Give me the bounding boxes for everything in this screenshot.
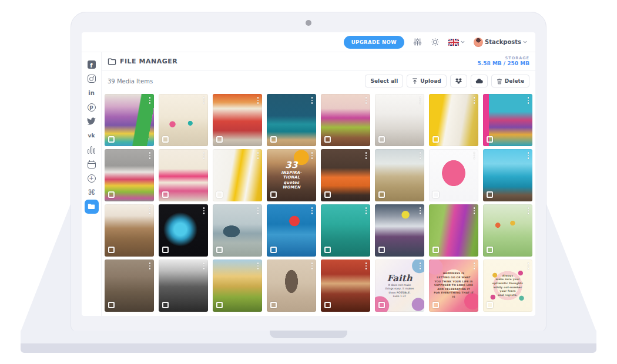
item-select-checkbox[interactable] bbox=[378, 191, 385, 198]
media-item-white-modern-interior[interactable] bbox=[375, 94, 424, 146]
item-select-checkbox[interactable] bbox=[378, 136, 385, 143]
item-select-checkbox[interactable] bbox=[216, 247, 223, 253]
media-item-yellow-chairs-room[interactable] bbox=[213, 149, 262, 201]
media-item-rice-terraces[interactable] bbox=[213, 259, 262, 312]
language-selector[interactable] bbox=[448, 39, 465, 46]
media-item-leaf-hat-kids[interactable] bbox=[429, 204, 478, 257]
item-select-checkbox[interactable] bbox=[108, 191, 115, 198]
item-select-checkbox[interactable] bbox=[378, 302, 385, 308]
media-item-seaside-rock[interactable] bbox=[483, 149, 532, 201]
item-more-menu-icon[interactable] bbox=[149, 262, 151, 269]
item-more-menu-icon[interactable] bbox=[203, 152, 205, 159]
item-more-menu-icon[interactable] bbox=[474, 207, 475, 214]
item-more-menu-icon[interactable] bbox=[528, 262, 529, 269]
item-more-menu-icon[interactable] bbox=[311, 97, 313, 104]
item-more-menu-icon[interactable] bbox=[474, 97, 475, 104]
media-item-pastel-living-room[interactable] bbox=[159, 94, 208, 146]
item-more-menu-icon[interactable] bbox=[420, 152, 421, 159]
media-item-fishing-nets[interactable] bbox=[321, 204, 370, 257]
media-item-red-crowd[interactable] bbox=[321, 259, 370, 312]
item-more-menu-icon[interactable] bbox=[257, 262, 259, 269]
item-select-checkbox[interactable] bbox=[324, 191, 331, 198]
media-item-pink-cabinet-room[interactable] bbox=[321, 94, 370, 146]
item-more-menu-icon[interactable] bbox=[257, 97, 259, 104]
sidebar-item-analytics[interactable] bbox=[82, 143, 101, 157]
item-select-checkbox[interactable] bbox=[324, 247, 331, 253]
item-select-checkbox[interactable] bbox=[108, 302, 115, 308]
item-select-checkbox[interactable] bbox=[432, 191, 439, 198]
item-select-checkbox[interactable] bbox=[487, 191, 493, 198]
item-more-menu-icon[interactable] bbox=[420, 97, 421, 104]
media-item-faith-quote-card[interactable]: FaithIt does not makethings easy, it mak… bbox=[375, 259, 424, 312]
sidebar-item-vk[interactable]: vk bbox=[82, 129, 101, 143]
item-more-menu-icon[interactable] bbox=[474, 262, 475, 269]
item-more-menu-icon[interactable] bbox=[203, 207, 205, 214]
item-more-menu-icon[interactable] bbox=[311, 207, 313, 214]
item-select-checkbox[interactable] bbox=[270, 247, 277, 253]
media-item-bw-elder-portrait[interactable] bbox=[159, 259, 208, 312]
media-item-orange-placemat-table[interactable] bbox=[321, 149, 370, 201]
item-more-menu-icon[interactable] bbox=[203, 97, 205, 104]
sidebar-item-twitter[interactable] bbox=[82, 114, 101, 129]
item-select-checkbox[interactable] bbox=[162, 302, 169, 308]
media-item-striped-textile-room[interactable] bbox=[105, 149, 154, 201]
item-select-checkbox[interactable] bbox=[378, 247, 385, 253]
item-select-checkbox[interactable] bbox=[487, 302, 493, 308]
sidebar-item-instagram[interactable] bbox=[82, 72, 101, 86]
item-more-menu-icon[interactable] bbox=[528, 97, 529, 104]
item-select-checkbox[interactable] bbox=[432, 247, 439, 253]
sidebar-item-facebook[interactable]: f bbox=[82, 58, 101, 72]
item-select-checkbox[interactable] bbox=[216, 136, 223, 143]
item-select-checkbox[interactable] bbox=[270, 191, 277, 198]
media-item-sepia-boy[interactable] bbox=[105, 259, 154, 312]
item-select-checkbox[interactable] bbox=[216, 191, 223, 198]
media-item-patchwork-bedroom[interactable] bbox=[483, 94, 532, 146]
select-all-button[interactable]: Select all bbox=[365, 75, 403, 87]
item-select-checkbox[interactable] bbox=[432, 302, 439, 308]
media-item-modern-kitchen[interactable] bbox=[105, 204, 154, 257]
media-item-orange-red-sofa-room[interactable] bbox=[213, 94, 262, 146]
item-more-menu-icon[interactable] bbox=[365, 207, 367, 214]
media-item-pink-pillow-sofa[interactable] bbox=[159, 149, 208, 201]
item-more-menu-icon[interactable] bbox=[528, 207, 529, 214]
media-item-kids-boat-splash[interactable] bbox=[213, 204, 262, 257]
item-more-menu-icon[interactable] bbox=[365, 262, 367, 269]
item-more-menu-icon[interactable] bbox=[474, 152, 475, 159]
filters-sliders-icon[interactable] bbox=[413, 38, 422, 46]
item-more-menu-icon[interactable] bbox=[365, 152, 367, 159]
item-more-menu-icon[interactable] bbox=[203, 262, 205, 269]
sidebar-item-file-manager[interactable] bbox=[82, 200, 101, 214]
media-item-field-walk[interactable] bbox=[375, 149, 424, 201]
media-item-pop-art-living-room[interactable] bbox=[105, 94, 154, 146]
item-select-checkbox[interactable] bbox=[108, 247, 115, 253]
sidebar-item-calendar[interactable] bbox=[82, 157, 101, 171]
item-select-checkbox[interactable] bbox=[487, 136, 493, 143]
media-item-pink-sweater[interactable] bbox=[429, 149, 478, 201]
item-more-menu-icon[interactable] bbox=[365, 97, 367, 104]
item-more-menu-icon[interactable] bbox=[420, 262, 421, 269]
item-more-menu-icon[interactable] bbox=[528, 152, 529, 159]
item-select-checkbox[interactable] bbox=[270, 302, 277, 308]
media-item-blossom-children[interactable] bbox=[375, 204, 424, 257]
item-more-menu-icon[interactable] bbox=[257, 152, 259, 159]
cloud-import-button[interactable] bbox=[471, 75, 488, 87]
item-more-menu-icon[interactable] bbox=[149, 97, 151, 104]
item-select-checkbox[interactable] bbox=[162, 136, 169, 143]
item-select-checkbox[interactable] bbox=[216, 302, 223, 308]
media-item-betta-fish[interactable] bbox=[159, 204, 208, 257]
item-select-checkbox[interactable] bbox=[487, 247, 493, 253]
delete-button[interactable]: Delete bbox=[491, 75, 529, 87]
item-select-checkbox[interactable] bbox=[432, 136, 439, 143]
item-more-menu-icon[interactable] bbox=[149, 207, 151, 214]
account-menu[interactable]: Stackposts bbox=[474, 38, 527, 47]
item-select-checkbox[interactable] bbox=[324, 136, 331, 143]
media-item-travel-flatlay[interactable] bbox=[267, 259, 316, 312]
media-item-happiness-quote-card[interactable]: HAPPINESS ISLETTING GO OF WHATYOU THINK … bbox=[429, 259, 478, 312]
item-more-menu-icon[interactable] bbox=[257, 207, 259, 214]
media-item-kids-cycling[interactable] bbox=[483, 204, 532, 257]
sidebar-item-linkedin[interactable]: in bbox=[82, 86, 101, 100]
item-more-menu-icon[interactable] bbox=[420, 207, 421, 214]
sidebar-item-pinterest[interactable]: p bbox=[82, 100, 101, 114]
media-item-inspirational-quotes-cover[interactable]: 33INSPIRA-TIONALquotesWOMEN bbox=[267, 149, 316, 201]
item-more-menu-icon[interactable] bbox=[311, 262, 313, 269]
